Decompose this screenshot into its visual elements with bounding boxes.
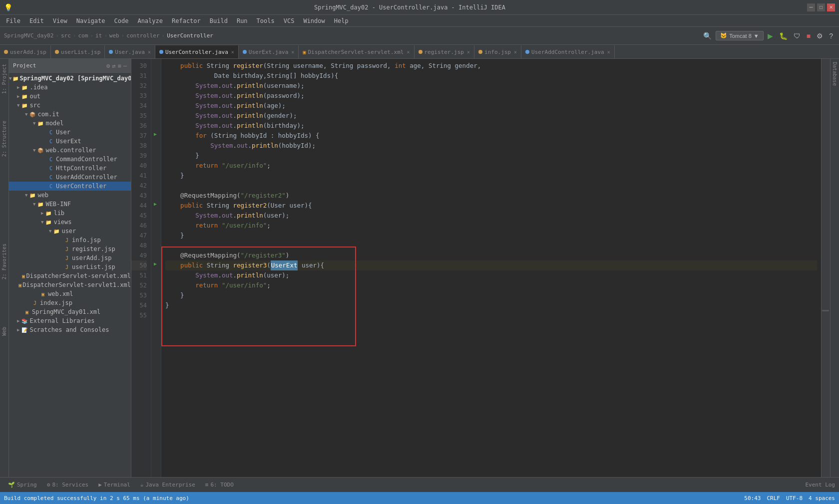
code-line-48 [165,241,817,251]
services-tab[interactable]: ⚙ 8: Services [43,481,92,489]
tree-item-comit[interactable]: ▼ 📦 com.it [9,110,131,119]
tree-item-useraddcontroller[interactable]: C UserAddController [9,173,131,182]
tab-register-jsp[interactable]: register.jsp × [415,45,475,58]
folder-icon: 📁 [44,218,52,226]
minimize-panel-icon[interactable]: — [123,62,127,69]
menu-code[interactable]: Code [110,16,133,25]
gear-icon[interactable]: ≡ [118,62,121,69]
line-num: 31 [131,71,147,81]
tree-item-extlibs[interactable]: ▶ 📚 External Libraries [9,316,131,325]
tree-item-scratches[interactable]: ▶ 📝 Scratches and Consoles [9,325,131,334]
tree-item-register-jsp[interactable]: J register.jsp [9,245,131,253]
tomcat-config-btn[interactable]: 🐱 Tomcat 8 ▼ [716,31,764,40]
menu-refactor[interactable]: Refactor [168,16,205,25]
tab-close[interactable]: × [607,49,610,55]
java-enterprise-tab[interactable]: ☕ Java Enterprise [136,481,199,489]
terminal-tab[interactable]: ▶ Terminal [94,481,134,489]
encoding: UTF-8 [786,495,803,502]
tree-item-idea[interactable]: ▶ 📁 .idea [9,83,131,92]
tree-item-src[interactable]: ▼ 📁 src [9,101,131,110]
event-log-tab[interactable]: Event Log [805,482,835,488]
tree-item-userext-class[interactable]: C UserExt [9,137,131,146]
tree-item-useradd-jsp[interactable]: J userAdd.jsp [9,253,131,262]
gutter-icon-run2[interactable]: ▶ [151,258,159,268]
project-panel-header: Project ⚙ ⇄ ≡ — [9,59,131,73]
tree-item-webcontroller[interactable]: ▼ 📦 web.controller [9,146,131,155]
tab-close[interactable]: × [148,49,151,55]
tab-close[interactable]: × [407,49,410,55]
gutter-icon-run[interactable]: ▶ [151,199,159,209]
tree-item-user-class[interactable]: C User [9,128,131,137]
tab-useradd-jsp[interactable]: userAdd.jsp [0,45,51,58]
code-line-36: System.out.println(birthday); [165,121,817,131]
menu-analyze[interactable]: Analyze [133,16,167,25]
settings-btn[interactable]: ⚙ [815,31,825,41]
tree-item-webxml[interactable]: ▣ web.xml [9,289,131,298]
tree-item-index-jsp[interactable]: J index.jsp [9,298,131,307]
tree-item-dispatcher-xml[interactable]: ▣ DispatcherServlet-servlet.xml [9,271,131,280]
menu-window[interactable]: Window [299,16,329,25]
tab-userlist-jsp[interactable]: userList.jsp [51,45,105,58]
tree-item-out[interactable]: ▶ 📁 out [9,92,131,101]
tree-item-lib[interactable]: ▶ 📁 lib [9,209,131,218]
tree-item-userlist-jsp[interactable]: J userList.jsp [9,262,131,271]
database-tab[interactable]: Database [831,59,839,89]
tree-item-model[interactable]: ▼ 📁 model [9,119,131,128]
cog-icon[interactable]: ⚙ [106,62,110,69]
tab-info-jsp[interactable]: info.jsp × [474,45,521,58]
menu-vcs[interactable]: VCS [280,16,299,25]
code-area[interactable]: public String register(String username, … [161,59,821,477]
tree-item-user-folder[interactable]: ▼ 📁 user [9,227,131,236]
menu-navigate[interactable]: Navigate [72,16,109,25]
tree-item-usercontroller[interactable]: C UserController [9,182,131,191]
web-tab[interactable]: Web [0,324,8,339]
tree-item-info-jsp[interactable]: J info.jsp [9,236,131,245]
menu-run[interactable]: Run [233,16,252,25]
tree-item-web[interactable]: ▼ 📁 web [9,191,131,200]
sync-icon[interactable]: ⇄ [112,62,115,69]
maximize-button[interactable]: □ [817,3,825,11]
menu-edit[interactable]: Edit [25,16,48,25]
tree-item-root[interactable]: ▼ 📁 SpringMVC_day02 [SpringMVC_day02] [9,74,131,83]
debug-btn[interactable]: 🐛 [777,31,790,41]
run-btn[interactable]: ▶ [766,31,775,41]
left-sidebar: 1: Project 2: Structure 2: Favorites Web [0,59,9,477]
tab-close[interactable]: × [231,49,234,55]
search-everywhere-btn[interactable]: 🔍 [701,31,714,41]
gutter-icon [151,89,159,99]
tree-item-springmvc-xml[interactable]: ▣ SpringMVC_day01.xml [9,307,131,316]
tab-userext-java[interactable]: UserExt.java × [239,45,299,58]
menu-view[interactable]: View [49,16,71,25]
tab-user-java[interactable]: User.java × [105,45,155,58]
structure-tab[interactable]: 2: Structure [0,118,8,160]
menu-file[interactable]: File [2,16,24,25]
run-with-coverage-btn[interactable]: 🛡 [792,31,803,41]
tree-item-commandcontroller[interactable]: C CommandController [9,155,131,164]
help-btn[interactable]: ? [827,31,835,41]
right-scrollbar[interactable] [821,59,830,477]
tree-item-webinf[interactable]: ▼ 📁 WEB-INF [9,200,131,209]
tree-item-views[interactable]: ▼ 📁 views [9,218,131,227]
menu-help[interactable]: Help [330,16,353,25]
gutter-icon [151,288,159,298]
tab-usercontroller-java[interactable]: UserController.java × [155,45,239,58]
tree-label: UserExt [56,138,81,145]
tab-useraddcontroller-java[interactable]: UserAddController.java × [521,45,615,58]
tab-close[interactable]: × [467,49,470,55]
todo-tab[interactable]: ≡ 6: TODO [201,481,238,489]
tree-item-httpcontroller[interactable]: C HttpController [9,164,131,173]
tab-close[interactable]: × [291,49,294,55]
menu-tools[interactable]: Tools [253,16,279,25]
minimize-button[interactable]: ─ [807,3,815,11]
code-line-31: Date birthday,String[] hobbyIds){ [165,71,817,81]
menu-build[interactable]: Build [206,16,232,25]
jsp-icon: J [31,299,39,307]
favorites-tab[interactable]: 2: Favorites [0,241,8,282]
tab-dispatcher-xml[interactable]: ▣ DispatcherServlet-servlet.xml × [299,45,414,58]
tree-item-dispatcher-xml1[interactable]: ▣ DispatcherServlet-servlet1.xml [9,280,131,289]
close-button[interactable]: ✕ [827,3,835,11]
tab-close[interactable]: × [514,49,517,55]
project-tab[interactable]: 1: Project [0,61,8,97]
spring-tab[interactable]: 🌱 Spring [4,481,41,489]
stop-btn[interactable]: ■ [805,31,813,41]
